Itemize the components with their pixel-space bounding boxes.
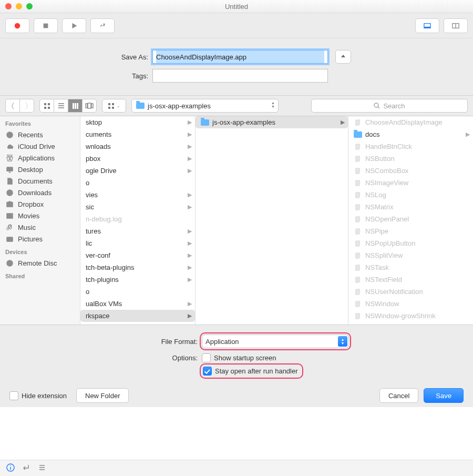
saveas-input[interactable]	[152, 50, 328, 64]
list-item[interactable]: sic▶	[80, 201, 195, 213]
list-item[interactable]: js-osx-app-examples▶	[196, 116, 348, 128]
list-item[interactable]: vies▶	[80, 189, 195, 201]
list-item[interactable]: rkspace▶	[80, 310, 195, 322]
svg-rect-18	[86, 104, 87, 108]
sidebar-item[interactable]: Dropbox	[0, 198, 80, 210]
list-item-label: pbox	[86, 155, 192, 163]
sidebar-item[interactable]: Pictures	[0, 233, 80, 245]
run-button[interactable]	[62, 18, 86, 33]
list-item[interactable]: NSMatrix	[348, 201, 473, 213]
list-view-button[interactable]	[54, 99, 68, 113]
return-icon[interactable]	[22, 463, 30, 473]
back-button[interactable]: 〈	[5, 99, 20, 113]
sidebar-item[interactable]: AApplications	[0, 152, 80, 164]
list-item[interactable]: n-debug.log	[80, 213, 195, 225]
sidebar-item[interactable]: Desktop	[0, 164, 80, 175]
stop-button[interactable]	[34, 18, 58, 33]
list-item[interactable]: ualBox VMs▶	[80, 298, 195, 310]
script-icon	[354, 300, 362, 308]
list-item[interactable]: ver-conf▶	[80, 249, 195, 261]
list-item[interactable]: docs▶	[348, 128, 473, 140]
sidebar-item[interactable]: iCloud Drive	[0, 140, 80, 152]
collapse-toggle[interactable]	[335, 50, 351, 64]
list-item[interactable]: tch-plugins▶	[80, 274, 195, 286]
list-item[interactable]: cuments▶	[80, 128, 195, 140]
chevron-right-icon: ▶	[466, 131, 470, 138]
browser-column-3[interactable]: ChooseAndDisplayImagedocs▶HandleBtnClick…	[348, 116, 473, 325]
list-item[interactable]: NSSplitView	[348, 249, 473, 261]
list-item[interactable]: NSTextField	[348, 274, 473, 286]
list-item-label: lic	[86, 239, 192, 247]
browser-column-1[interactable]: sktop▶cuments▶wnloads▶pbox▶ogle Drive▶ov…	[80, 116, 196, 325]
icon-view-button[interactable]	[39, 99, 54, 113]
script-icon	[354, 312, 362, 320]
svg-line-26	[378, 107, 379, 108]
list-item[interactable]: NSComboBox	[348, 165, 473, 177]
list-item[interactable]: NSImageView	[348, 177, 473, 189]
sidebar-item[interactable]: Documents	[0, 175, 80, 187]
list-item[interactable]: NSPipe	[348, 225, 473, 237]
script-icon	[354, 276, 362, 283]
sidebar-item[interactable]: Downloads	[0, 187, 80, 198]
show-startup-checkbox[interactable]: Show startup screen	[202, 353, 276, 362]
list-item[interactable]: HandleBtnClick	[348, 140, 473, 153]
list-item[interactable]: NSUserNotification	[348, 286, 473, 298]
sidebar-item[interactable]: Movies	[0, 210, 80, 221]
list-item[interactable]: NSTask	[348, 261, 473, 274]
split-view-button[interactable]	[444, 18, 468, 33]
list-icon[interactable]	[38, 463, 46, 473]
list-item-label: sic	[86, 203, 192, 211]
svg-rect-29	[6, 167, 12, 171]
svg-rect-20	[91, 104, 93, 108]
list-item[interactable]: o	[80, 177, 195, 189]
list-item[interactable]: sktop▶	[80, 116, 195, 128]
list-item[interactable]: ogle Drive▶	[80, 165, 195, 177]
column-view-button[interactable]	[68, 99, 83, 113]
list-item[interactable]: tch-beta-plugins▶	[80, 261, 195, 274]
updown-icon: ▲▼	[271, 101, 275, 108]
chevron-right-icon: ▶	[188, 131, 192, 138]
save-sheet-top: Save As: Tags:	[0, 38, 473, 96]
svg-marker-2	[73, 23, 77, 28]
forward-button[interactable]: 〉	[20, 99, 34, 113]
script-icon	[354, 240, 362, 247]
list-item[interactable]: NSPopUpButton	[348, 237, 473, 249]
tags-input[interactable]	[152, 69, 328, 83]
group-dropdown[interactable]: ⌄	[102, 99, 126, 113]
script-icon	[354, 119, 362, 126]
record-button[interactable]	[5, 18, 29, 33]
cancel-button[interactable]: Cancel	[379, 388, 418, 403]
list-item[interactable]: o	[80, 286, 195, 298]
list-item[interactable]: pbox▶	[80, 153, 195, 165]
status-bar	[0, 460, 473, 476]
list-item[interactable]: wnloads▶	[80, 140, 195, 153]
list-item-label: ver-conf	[86, 251, 192, 259]
svg-point-39	[10, 465, 11, 466]
sidebar-item[interactable]: Recents	[0, 129, 80, 140]
chevron-right-icon: ▶	[188, 240, 192, 247]
editor-view-button[interactable]	[415, 18, 439, 33]
save-button[interactable]: Save	[424, 388, 464, 403]
search-field[interactable]: Search	[311, 99, 468, 113]
stay-open-checkbox[interactable]: Stay open after run handler	[202, 366, 301, 377]
build-button[interactable]	[90, 18, 115, 33]
path-popup[interactable]: js-osx-app-examples ▲▼	[131, 99, 279, 113]
list-item[interactable]: NSLog	[348, 189, 473, 201]
list-item[interactable]: NSButton	[348, 153, 473, 165]
sidebar-item[interactable]: Remote Disc	[0, 257, 80, 269]
list-item[interactable]: NSWindow-growShrink	[348, 310, 473, 322]
new-folder-button[interactable]: New Folder	[76, 388, 129, 403]
browser-column-2[interactable]: js-osx-app-examples▶	[196, 116, 348, 325]
hide-extension-checkbox[interactable]: Hide extension	[9, 391, 67, 400]
svg-rect-15	[73, 103, 74, 109]
coverflow-view-button[interactable]	[83, 99, 97, 113]
info-icon[interactable]	[6, 463, 15, 473]
list-item[interactable]: NSWindow	[348, 298, 473, 310]
list-item[interactable]: tures▶	[80, 225, 195, 237]
file-format-dropdown[interactable]: Application ▲▼	[202, 335, 349, 348]
list-item[interactable]: lic▶	[80, 237, 195, 249]
list-item[interactable]: NSOpenPanel	[348, 213, 473, 225]
cloud-icon	[5, 142, 14, 150]
list-item[interactable]: ChooseAndDisplayImage	[348, 116, 473, 128]
sidebar-item[interactable]: Music	[0, 221, 80, 233]
